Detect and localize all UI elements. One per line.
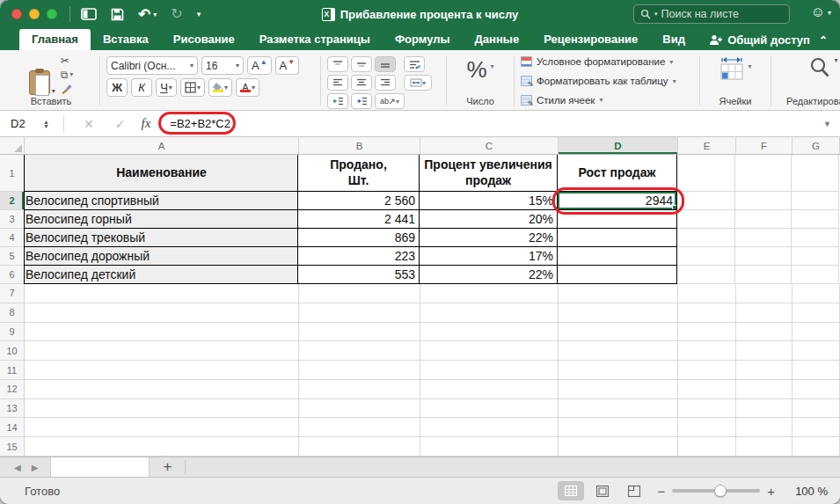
cell-D14[interactable]: [559, 418, 678, 437]
cell-E13[interactable]: [678, 399, 736, 419]
cancel-icon[interactable]: ✕: [84, 117, 94, 131]
tab-главная[interactable]: Главная: [19, 29, 91, 50]
cell-G12[interactable]: [793, 380, 840, 399]
align-center-button[interactable]: [351, 75, 372, 91]
cell-A7[interactable]: [25, 284, 299, 303]
row-header-10[interactable]: 10: [0, 341, 25, 361]
enter-icon[interactable]: ✓: [115, 117, 126, 131]
conditional-formatting-button[interactable]: Условное форматирование▾: [521, 54, 673, 70]
column-header-F[interactable]: F: [736, 137, 793, 154]
cell-D1[interactable]: Рост продаж: [558, 155, 677, 192]
zoom-in-button[interactable]: +: [767, 484, 775, 499]
copy-button[interactable]: ⧉▾: [61, 68, 74, 81]
row-header-1[interactable]: 1: [0, 155, 25, 192]
cell-F10[interactable]: [736, 341, 793, 361]
save-icon[interactable]: [111, 8, 124, 21]
cell-C6[interactable]: 22%: [420, 266, 558, 284]
italic-button[interactable]: К: [131, 78, 152, 97]
cell-A13[interactable]: [25, 399, 299, 419]
cell-C1[interactable]: Процент увеличения продаж: [420, 155, 558, 192]
cell-E3[interactable]: [677, 210, 735, 229]
cell-A2[interactable]: Велосипед спортивный: [24, 192, 298, 210]
cell-C8[interactable]: [420, 303, 559, 323]
cell-B4[interactable]: 869: [298, 229, 420, 247]
row-header-15[interactable]: 15: [0, 437, 25, 457]
merge-cells-button[interactable]: ▾: [404, 75, 432, 91]
cell-G9[interactable]: [793, 323, 840, 342]
decrease-font-button[interactable]: A▼: [275, 56, 300, 75]
cell-E12[interactable]: [678, 380, 736, 399]
align-left-button[interactable]: [327, 75, 348, 91]
cell-C14[interactable]: [420, 418, 559, 437]
cell-C15[interactable]: [420, 437, 559, 457]
sidebar-icon[interactable]: [81, 8, 97, 20]
cell-F7[interactable]: [736, 284, 793, 303]
cell-E2[interactable]: [677, 192, 735, 210]
align-bottom-button[interactable]: [375, 56, 396, 72]
cell-G7[interactable]: [793, 284, 840, 303]
cell-D13[interactable]: [559, 399, 678, 419]
column-header-C[interactable]: C: [420, 137, 559, 154]
cell-C2[interactable]: 15%: [420, 192, 558, 210]
page-break-view-button[interactable]: [621, 481, 647, 500]
cell-F1[interactable]: [735, 155, 792, 192]
cell-B7[interactable]: [299, 284, 420, 303]
row-header-13[interactable]: 13: [0, 399, 25, 419]
font-color-button[interactable]: А ▾: [236, 78, 259, 97]
cell-A5[interactable]: Велосипед дорожный: [24, 247, 298, 266]
row-header-5[interactable]: 5: [0, 247, 25, 266]
cell-B2[interactable]: 2 560: [298, 192, 420, 210]
cell-D10[interactable]: [559, 341, 678, 361]
increase-font-button[interactable]: A▲: [247, 56, 272, 75]
cell-G13[interactable]: [793, 399, 840, 419]
name-box-stepper[interactable]: ▲▼: [43, 120, 49, 128]
cell-B9[interactable]: [299, 323, 420, 342]
cell-G8[interactable]: [793, 303, 840, 323]
cell-B5[interactable]: 223: [298, 247, 420, 266]
zoom-slider[interactable]: [672, 489, 760, 493]
prev-sheet-icon[interactable]: ◀: [14, 463, 21, 472]
bold-button[interactable]: Ж: [106, 78, 128, 97]
cell-E4[interactable]: [677, 229, 735, 247]
decrease-indent-button[interactable]: [327, 93, 348, 109]
tab-рисование[interactable]: Рисование: [161, 29, 247, 50]
add-sheet-button[interactable]: +: [150, 457, 185, 477]
row-header-3[interactable]: 3: [0, 210, 25, 229]
cell-C7[interactable]: [420, 284, 559, 303]
cell-D8[interactable]: [559, 303, 678, 323]
tab-вставка[interactable]: Вставка: [91, 29, 161, 50]
cell-A4[interactable]: Велосипед трековый: [24, 229, 298, 247]
cell-B12[interactable]: [299, 380, 420, 399]
cell-B1[interactable]: Продано, Шт.: [298, 155, 420, 192]
cell-F13[interactable]: [736, 399, 793, 419]
number-format-button[interactable]: % ▾: [466, 57, 493, 82]
cell-E8[interactable]: [678, 303, 736, 323]
cell-F14[interactable]: [736, 418, 793, 437]
cell-E11[interactable]: [678, 361, 736, 380]
fill-color-button[interactable]: ▾: [208, 78, 232, 97]
next-sheet-icon[interactable]: ▶: [32, 463, 39, 472]
cell-D3[interactable]: [558, 210, 677, 229]
cell-A14[interactable]: [25, 418, 299, 437]
column-header-D[interactable]: D: [559, 137, 678, 154]
undo-icon[interactable]: ↶▾: [138, 7, 157, 22]
row-header-4[interactable]: 4: [0, 229, 25, 247]
cell-G3[interactable]: [792, 210, 839, 229]
cell-B13[interactable]: [299, 399, 420, 419]
tab-рецензирование[interactable]: Рецензирование: [531, 29, 650, 50]
row-header-14[interactable]: 14: [0, 418, 25, 437]
share-button[interactable]: Общий доступ: [709, 33, 810, 47]
cell-B3[interactable]: 2 441: [298, 210, 420, 229]
cell-E15[interactable]: [678, 437, 736, 457]
zoom-window-button[interactable]: [47, 9, 57, 19]
cell-E9[interactable]: [678, 323, 736, 342]
redo-icon[interactable]: ↻: [171, 7, 182, 21]
cell-A10[interactable]: [25, 341, 299, 361]
row-header-11[interactable]: 11: [0, 361, 25, 380]
cell-C9[interactable]: [420, 323, 559, 342]
cell-A11[interactable]: [25, 361, 299, 380]
cell-D7[interactable]: [559, 284, 678, 303]
tab-данные[interactable]: Данные: [463, 29, 532, 50]
cell-D2[interactable]: 2944: [558, 192, 677, 210]
cell-B15[interactable]: [299, 437, 420, 457]
